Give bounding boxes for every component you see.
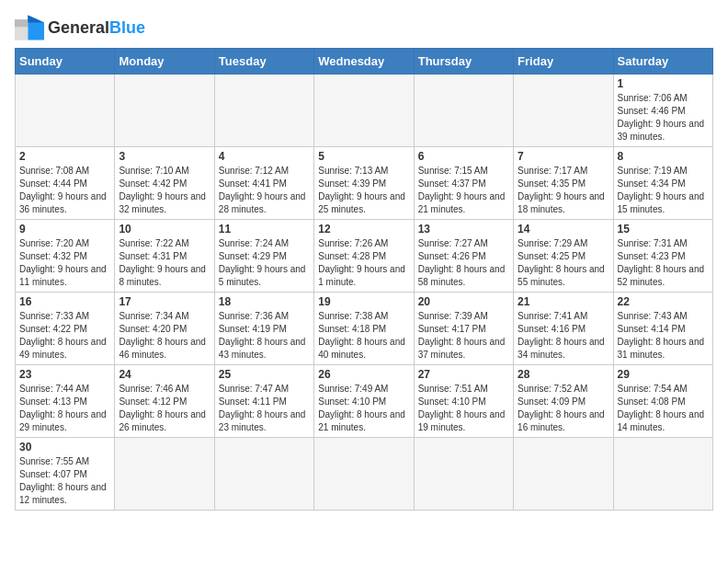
calendar-cell (514, 438, 613, 511)
day-info: Sunrise: 7:10 AM Sunset: 4:42 PM Dayligh… (119, 165, 210, 216)
calendar-cell (514, 75, 613, 147)
calendar-week-row: 9Sunrise: 7:20 AM Sunset: 4:32 PM Daylig… (16, 220, 713, 293)
calendar-week-row: 2Sunrise: 7:08 AM Sunset: 4:44 PM Daylig… (16, 147, 713, 220)
day-number: 5 (318, 150, 409, 163)
calendar-week-row: 23Sunrise: 7:44 AM Sunset: 4:13 PM Dayli… (16, 365, 713, 438)
day-info: Sunrise: 7:06 AM Sunset: 4:46 PM Dayligh… (618, 92, 709, 144)
day-number: 19 (318, 295, 409, 308)
day-info: Sunrise: 7:22 AM Sunset: 4:31 PM Dayligh… (119, 237, 210, 289)
calendar-cell: 1Sunrise: 7:06 AM Sunset: 4:46 PM Daylig… (613, 75, 712, 147)
day-number: 13 (418, 223, 509, 236)
calendar-header-friday: Friday (514, 49, 613, 75)
day-info: Sunrise: 7:46 AM Sunset: 4:12 PM Dayligh… (119, 383, 210, 434)
calendar: SundayMondayTuesdayWednesdayThursdayFrid… (15, 48, 713, 511)
day-number: 17 (119, 295, 210, 308)
day-info: Sunrise: 7:29 AM Sunset: 4:25 PM Dayligh… (518, 237, 609, 289)
calendar-cell: 19Sunrise: 7:38 AM Sunset: 4:18 PM Dayli… (314, 293, 414, 365)
calendar-cell: 18Sunrise: 7:36 AM Sunset: 4:19 PM Dayli… (214, 293, 313, 365)
logo: GeneralBlue (15, 15, 145, 40)
calendar-header-sunday: Sunday (16, 49, 115, 75)
day-info: Sunrise: 7:44 AM Sunset: 4:13 PM Dayligh… (19, 383, 110, 434)
day-number: 24 (119, 368, 210, 381)
calendar-week-row: 30Sunrise: 7:55 AM Sunset: 4:07 PM Dayli… (16, 438, 713, 511)
day-info: Sunrise: 7:13 AM Sunset: 4:39 PM Dayligh… (318, 165, 409, 216)
day-number: 14 (518, 223, 609, 236)
day-info: Sunrise: 7:15 AM Sunset: 4:37 PM Dayligh… (418, 165, 509, 216)
day-info: Sunrise: 7:34 AM Sunset: 4:20 PM Dayligh… (119, 310, 210, 362)
day-info: Sunrise: 7:27 AM Sunset: 4:26 PM Dayligh… (418, 237, 509, 289)
day-info: Sunrise: 7:47 AM Sunset: 4:11 PM Dayligh… (219, 383, 310, 434)
calendar-header-tuesday: Tuesday (214, 49, 313, 75)
day-info: Sunrise: 7:17 AM Sunset: 4:35 PM Dayligh… (518, 165, 609, 216)
day-info: Sunrise: 7:54 AM Sunset: 4:08 PM Dayligh… (618, 383, 709, 434)
day-number: 15 (618, 223, 709, 236)
logo-blue: Blue (109, 18, 145, 37)
day-number: 22 (618, 295, 709, 308)
day-number: 3 (119, 150, 210, 163)
day-number: 30 (19, 441, 110, 454)
calendar-cell (613, 438, 712, 511)
calendar-cell (414, 438, 513, 511)
calendar-cell (16, 75, 115, 147)
day-number: 26 (318, 368, 409, 381)
calendar-cell: 23Sunrise: 7:44 AM Sunset: 4:13 PM Dayli… (16, 365, 115, 438)
logo-text: GeneralBlue (48, 18, 145, 38)
day-info: Sunrise: 7:52 AM Sunset: 4:09 PM Dayligh… (518, 383, 609, 434)
day-number: 27 (418, 368, 509, 381)
day-info: Sunrise: 7:26 AM Sunset: 4:28 PM Dayligh… (318, 237, 409, 289)
header: GeneralBlue (15, 15, 713, 40)
day-info: Sunrise: 7:41 AM Sunset: 4:16 PM Dayligh… (518, 310, 609, 362)
calendar-cell: 7Sunrise: 7:17 AM Sunset: 4:35 PM Daylig… (514, 147, 613, 220)
day-info: Sunrise: 7:31 AM Sunset: 4:23 PM Dayligh… (618, 237, 709, 289)
day-info: Sunrise: 7:39 AM Sunset: 4:17 PM Dayligh… (418, 310, 509, 362)
calendar-cell: 24Sunrise: 7:46 AM Sunset: 4:12 PM Dayli… (115, 365, 214, 438)
calendar-header-row: SundayMondayTuesdayWednesdayThursdayFrid… (16, 49, 713, 75)
calendar-cell: 17Sunrise: 7:34 AM Sunset: 4:20 PM Dayli… (115, 293, 214, 365)
day-number: 7 (518, 150, 609, 163)
day-number: 20 (418, 295, 509, 308)
calendar-cell: 21Sunrise: 7:41 AM Sunset: 4:16 PM Dayli… (514, 293, 613, 365)
day-number: 4 (219, 150, 310, 163)
svg-rect-1 (15, 19, 28, 27)
calendar-cell: 26Sunrise: 7:49 AM Sunset: 4:10 PM Dayli… (314, 365, 414, 438)
calendar-cell (314, 438, 414, 511)
calendar-cell: 27Sunrise: 7:51 AM Sunset: 4:10 PM Dayli… (414, 365, 513, 438)
calendar-cell: 15Sunrise: 7:31 AM Sunset: 4:23 PM Dayli… (613, 220, 712, 293)
day-number: 2 (19, 150, 110, 163)
calendar-cell (214, 438, 313, 511)
calendar-header-monday: Monday (115, 49, 214, 75)
day-number: 21 (518, 295, 609, 308)
day-number: 9 (19, 223, 110, 236)
calendar-header-thursday: Thursday (414, 49, 513, 75)
svg-marker-3 (28, 15, 44, 22)
calendar-cell: 30Sunrise: 7:55 AM Sunset: 4:07 PM Dayli… (16, 438, 115, 511)
day-info: Sunrise: 7:43 AM Sunset: 4:14 PM Dayligh… (618, 310, 709, 362)
day-info: Sunrise: 7:12 AM Sunset: 4:41 PM Dayligh… (219, 165, 310, 216)
day-number: 12 (318, 223, 409, 236)
day-number: 8 (618, 150, 709, 163)
calendar-cell: 13Sunrise: 7:27 AM Sunset: 4:26 PM Dayli… (414, 220, 513, 293)
calendar-cell: 20Sunrise: 7:39 AM Sunset: 4:17 PM Dayli… (414, 293, 513, 365)
calendar-cell: 16Sunrise: 7:33 AM Sunset: 4:22 PM Dayli… (16, 293, 115, 365)
day-info: Sunrise: 7:55 AM Sunset: 4:07 PM Dayligh… (19, 455, 110, 507)
calendar-cell: 2Sunrise: 7:08 AM Sunset: 4:44 PM Daylig… (16, 147, 115, 220)
calendar-cell (115, 438, 214, 511)
day-info: Sunrise: 7:20 AM Sunset: 4:32 PM Dayligh… (19, 237, 110, 289)
calendar-cell: 22Sunrise: 7:43 AM Sunset: 4:14 PM Dayli… (613, 293, 712, 365)
day-info: Sunrise: 7:08 AM Sunset: 4:44 PM Dayligh… (19, 165, 110, 216)
calendar-cell (414, 75, 513, 147)
calendar-week-row: 1Sunrise: 7:06 AM Sunset: 4:46 PM Daylig… (16, 75, 713, 147)
calendar-cell: 4Sunrise: 7:12 AM Sunset: 4:41 PM Daylig… (214, 147, 313, 220)
day-info: Sunrise: 7:36 AM Sunset: 4:19 PM Dayligh… (219, 310, 310, 362)
day-number: 18 (219, 295, 310, 308)
calendar-cell: 12Sunrise: 7:26 AM Sunset: 4:28 PM Dayli… (314, 220, 414, 293)
calendar-week-row: 16Sunrise: 7:33 AM Sunset: 4:22 PM Dayli… (16, 293, 713, 365)
calendar-header-wednesday: Wednesday (314, 49, 414, 75)
calendar-cell: 10Sunrise: 7:22 AM Sunset: 4:31 PM Dayli… (115, 220, 214, 293)
calendar-cell (314, 75, 414, 147)
day-number: 10 (119, 223, 210, 236)
calendar-cell (115, 75, 214, 147)
day-info: Sunrise: 7:51 AM Sunset: 4:10 PM Dayligh… (418, 383, 509, 434)
calendar-cell: 11Sunrise: 7:24 AM Sunset: 4:29 PM Dayli… (214, 220, 313, 293)
generalblue-logo-icon (15, 15, 44, 40)
